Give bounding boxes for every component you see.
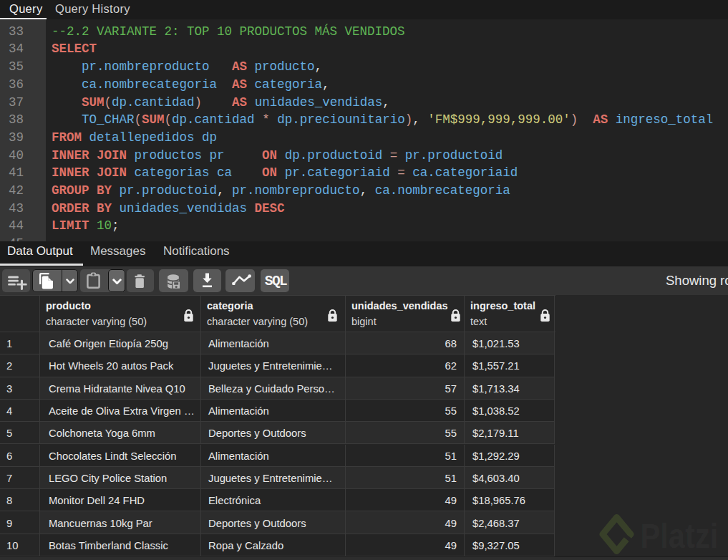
svg-text:Platzi: Platzi	[641, 516, 719, 555]
